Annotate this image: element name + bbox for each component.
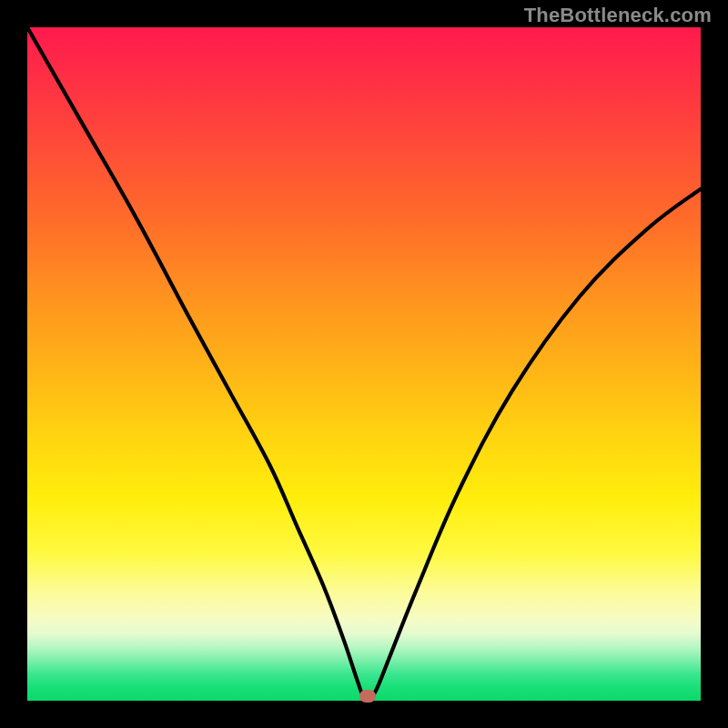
- bottleneck-curve: [27, 27, 701, 701]
- optimum-marker: [359, 690, 376, 703]
- chart-frame: TheBottleneck.com: [0, 0, 728, 728]
- watermark-text: TheBottleneck.com: [524, 4, 712, 27]
- plot-area: [27, 27, 701, 701]
